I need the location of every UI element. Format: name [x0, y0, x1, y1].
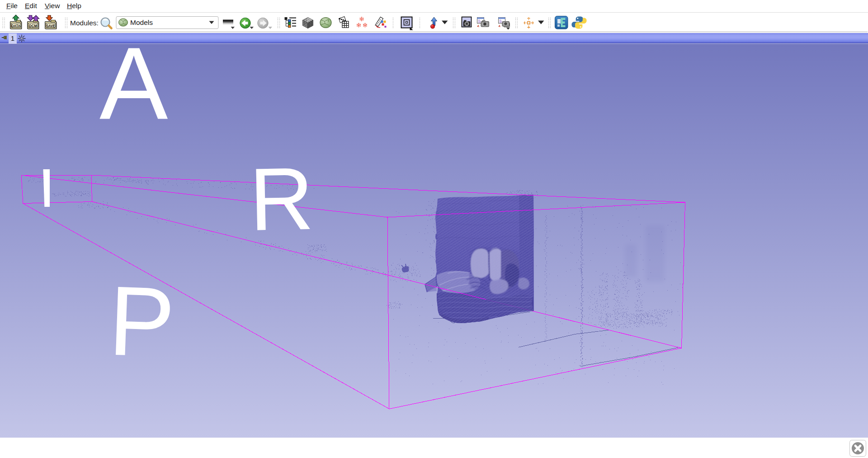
svg-text:Modules:: Modules:	[70, 19, 99, 27]
svg-text:P: P	[107, 265, 177, 377]
svg-text:Models: Models	[130, 19, 153, 26]
svg-text:DCM: DCM	[29, 24, 37, 28]
svg-text:DATA: DATA	[11, 24, 20, 28]
svg-text:A: A	[99, 44, 168, 141]
svg-text:SAVE: SAVE	[46, 24, 55, 28]
svg-text:R: R	[249, 149, 315, 249]
